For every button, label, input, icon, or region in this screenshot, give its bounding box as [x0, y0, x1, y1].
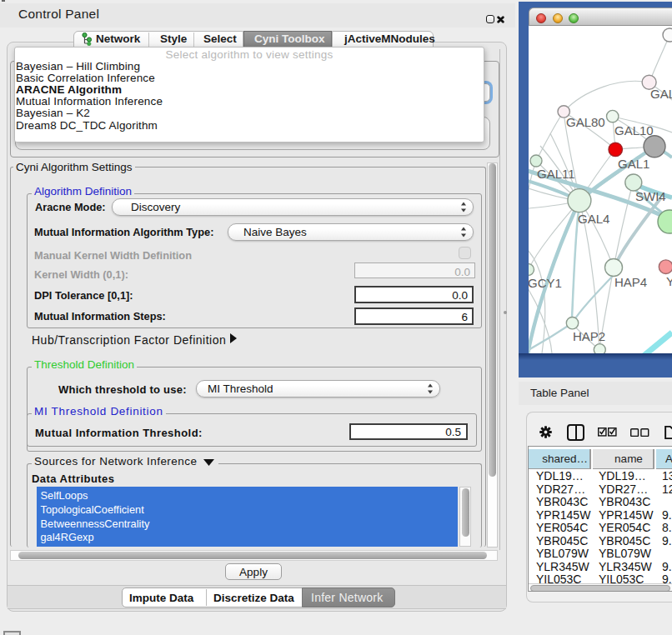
svg-text:HAP2: HAP2 — [573, 329, 605, 343]
svg-text:GAL1: GAL1 — [618, 157, 649, 171]
svg-text:SWI4: SWI4 — [635, 189, 666, 203]
svg-text:GAL: GAL — [650, 87, 672, 101]
svg-text:GAL80: GAL80 — [566, 115, 605, 129]
svg-text:Y: Y — [666, 274, 672, 288]
svg-text:GAL4: GAL4 — [578, 212, 609, 226]
svg-text:HAP4: HAP4 — [614, 275, 647, 289]
svg-text:GCY1: GCY1 — [529, 276, 562, 290]
svg-text:GAL11: GAL11 — [537, 167, 575, 181]
svg-text:GAL10: GAL10 — [614, 123, 654, 138]
